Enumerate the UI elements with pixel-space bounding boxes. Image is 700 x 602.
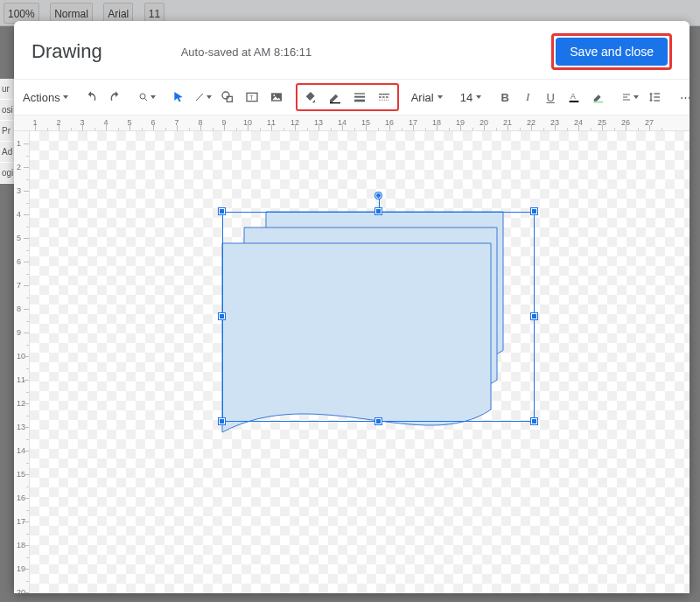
highlighter-icon — [592, 90, 606, 104]
resize-handle[interactable] — [531, 208, 537, 214]
font-size-value: 14 — [460, 91, 472, 104]
resize-handle[interactable] — [219, 208, 225, 214]
caret-down-icon — [150, 95, 156, 99]
line-weight-icon — [353, 90, 367, 104]
resize-handle[interactable] — [219, 313, 225, 319]
font-size-dropdown[interactable]: 14 — [455, 91, 486, 104]
shape-tool-button[interactable] — [215, 86, 240, 108]
resize-handle[interactable] — [375, 208, 382, 214]
caret-down-icon — [63, 95, 68, 99]
rotation-handle[interactable] — [375, 192, 382, 199]
svg-line-1 — [144, 99, 147, 102]
autosave-prefix: Auto-saved at — [181, 46, 251, 59]
resize-handle[interactable] — [531, 418, 537, 424]
svg-point-9 — [273, 94, 275, 96]
font-family-value: Arial — [411, 91, 434, 104]
horizontal-ruler: 1234567891011121314151617181920212223242… — [14, 116, 690, 131]
resize-handle[interactable] — [531, 313, 537, 319]
svg-line-2 — [196, 94, 203, 101]
image-tool-button[interactable] — [264, 86, 289, 108]
image-icon — [270, 90, 284, 104]
actions-label: Actions — [23, 91, 60, 104]
redo-icon — [108, 90, 122, 104]
svg-rect-19 — [594, 102, 604, 103]
line-spacing-button[interactable] — [642, 86, 667, 108]
align-button[interactable] — [618, 86, 642, 108]
caret-down-icon — [634, 95, 639, 99]
zoom-button[interactable] — [135, 86, 159, 108]
zoom-icon — [138, 90, 149, 104]
caret-down-icon — [206, 95, 212, 99]
svg-text:T: T — [249, 94, 253, 101]
save-and-close-button[interactable]: Save and close — [556, 38, 668, 66]
vertical-ruler: 1234567891011121314151617181920 — [14, 131, 30, 593]
paint-bucket-icon — [304, 90, 318, 104]
undo-button[interactable] — [79, 86, 103, 108]
line-dash-icon — [377, 90, 391, 104]
svg-rect-4 — [227, 96, 232, 102]
dialog-title: Drawing — [32, 40, 102, 63]
undo-icon — [84, 90, 98, 104]
line-icon — [194, 90, 205, 104]
svg-rect-13 — [354, 100, 365, 102]
italic-button[interactable]: I — [516, 86, 539, 108]
background-sidebar-snips: urosiPrAdogi — [0, 79, 14, 184]
caret-down-icon — [476, 95, 481, 99]
pencil-icon — [328, 90, 342, 104]
underline-button[interactable]: U — [539, 86, 562, 108]
svg-rect-10 — [330, 102, 340, 103]
autosave-status: Auto-saved at AM 8:16:11 — [181, 46, 312, 59]
caret-down-icon — [438, 95, 443, 99]
resize-handle[interactable] — [375, 418, 382, 424]
drawing-dialog: Drawing Auto-saved at AM 8:16:11 Save an… — [14, 21, 690, 593]
highlight-save-button: Save and close — [551, 33, 672, 70]
line-spacing-icon — [648, 90, 662, 104]
shape-icon — [220, 90, 234, 104]
svg-text:A: A — [570, 92, 576, 101]
svg-rect-18 — [570, 101, 579, 102]
text-color-icon: A — [567, 90, 581, 104]
border-weight-button[interactable] — [347, 86, 372, 108]
dialog-header: Drawing Auto-saved at AM 8:16:11 Save an… — [14, 21, 690, 79]
line-tool-button[interactable] — [191, 86, 215, 108]
svg-point-0 — [140, 94, 145, 99]
border-color-button[interactable] — [323, 86, 347, 108]
highlight-color-button[interactable] — [586, 86, 611, 108]
selection-box[interactable] — [222, 212, 535, 422]
more-button[interactable]: ⋯ — [674, 86, 696, 108]
resize-handle[interactable] — [219, 418, 225, 424]
textbox-tool-button[interactable]: T — [240, 86, 264, 108]
svg-rect-11 — [354, 93, 365, 94]
svg-rect-12 — [354, 96, 365, 98]
actions-menu[interactable]: Actions — [19, 91, 72, 104]
fill-color-button[interactable] — [298, 86, 323, 108]
bold-button[interactable]: B — [494, 86, 516, 108]
select-tool-button[interactable] — [166, 86, 191, 108]
highlight-format-group — [296, 83, 399, 111]
drawing-canvas[interactable] — [30, 131, 690, 593]
drawing-toolbar: Actions T — [14, 79, 690, 116]
border-dash-button[interactable] — [372, 86, 396, 108]
svg-point-3 — [222, 92, 229, 99]
redo-button[interactable] — [103, 86, 128, 108]
font-family-dropdown[interactable]: Arial — [406, 91, 448, 104]
cursor-icon — [172, 90, 186, 104]
text-color-button[interactable]: A — [562, 86, 586, 108]
autosave-time: AM 8:16:11 — [254, 46, 312, 59]
canvas-wrapper[interactable] — [30, 131, 690, 593]
align-icon — [621, 90, 632, 104]
textbox-icon: T — [245, 90, 259, 104]
work-area: 1234567891011121314151617181920 — [14, 131, 690, 593]
